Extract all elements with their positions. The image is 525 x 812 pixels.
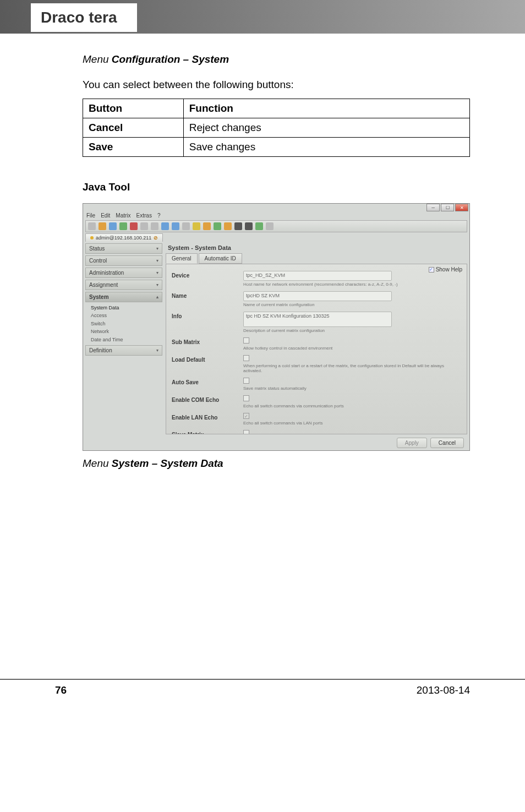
- checkbox[interactable]: [243, 337, 249, 344]
- sidebar-sub-network[interactable]: Network: [91, 328, 162, 335]
- menu-help[interactable]: ?: [157, 212, 161, 219]
- close-tab-icon[interactable]: ⊘: [154, 235, 158, 241]
- sidebar-item-system[interactable]: System▴: [85, 292, 162, 302]
- field-value-wrap: tpc HD SZ KVM Konfiguration 130325Descri…: [243, 312, 461, 336]
- col-button: Button: [83, 99, 184, 118]
- cell-function: Reject changes: [183, 118, 469, 138]
- cell-button: Cancel: [83, 118, 184, 138]
- chevron-down-icon: ▾: [156, 258, 158, 263]
- chevron-down-icon: ▾: [156, 282, 158, 287]
- sidebar-item-definition[interactable]: Definition▾: [85, 345, 162, 356]
- save-icon[interactable]: [109, 222, 117, 230]
- field-hint: Description of current matrix configurat…: [243, 328, 461, 333]
- new-icon[interactable]: [88, 222, 96, 230]
- tab-automatic-id[interactable]: Automatic ID: [199, 253, 242, 264]
- connection-tab[interactable]: admin@192.168.100.211 ⊘: [85, 233, 163, 242]
- field-value-wrap: When performing a cold start or a restar…: [243, 355, 461, 377]
- caption-bold: System – System Data: [112, 457, 223, 469]
- field-hint: Echo all switch commands via LAN ports: [243, 421, 461, 426]
- screenshot-caption: Menu System – System Data: [83, 457, 470, 470]
- check-icon[interactable]: [255, 222, 263, 230]
- paste-icon[interactable]: [151, 222, 158, 230]
- menu-matrix[interactable]: Matrix: [116, 212, 130, 219]
- checkbox[interactable]: [243, 355, 249, 361]
- copy-icon[interactable]: [140, 222, 148, 230]
- warn-icon[interactable]: [224, 222, 232, 230]
- minimize-button[interactable]: ─: [426, 204, 440, 211]
- download-icon[interactable]: [193, 222, 200, 230]
- page-footer: 76 2013-08-14: [0, 679, 525, 707]
- field-label: Enable COM Echo: [172, 395, 243, 403]
- sidebar-item-status[interactable]: Status▾: [85, 243, 162, 254]
- field-label: Load Default: [172, 355, 243, 363]
- menu-file[interactable]: File: [86, 212, 95, 219]
- heading-prefix: Menu: [83, 53, 112, 65]
- text-input[interactable]: tpcHD SZ KVM: [243, 291, 392, 301]
- tab-general[interactable]: General: [166, 253, 198, 264]
- field-label: Slave Matrix: [172, 430, 243, 434]
- toolbar: [85, 220, 467, 232]
- form-row: NametpcHD SZ KVMName of current matrix c…: [172, 291, 461, 310]
- checkbox-icon[interactable]: [429, 267, 434, 273]
- delete-icon[interactable]: [130, 222, 138, 230]
- field-label: Name: [172, 291, 243, 299]
- field-label: Auto Save: [172, 378, 243, 385]
- monitor-icon[interactable]: [234, 222, 242, 230]
- field-hint: When performing a cold start or a restar…: [243, 363, 461, 373]
- field-label: Sub Matrix: [172, 337, 243, 345]
- text-input[interactable]: tpc_HD_SZ_KVM: [243, 271, 392, 281]
- field-value-wrap: Save matrix status automatically: [243, 378, 461, 394]
- menu-extras[interactable]: Extras: [136, 212, 152, 219]
- chevron-down-icon: ▾: [156, 348, 158, 353]
- sidebar-sub-system-data[interactable]: System Data: [91, 304, 162, 312]
- show-help-toggle[interactable]: Show Help: [429, 266, 462, 273]
- reload-icon[interactable]: [119, 222, 127, 230]
- sidebar-sub-datetime[interactable]: Date and Time: [91, 336, 162, 344]
- section-heading: Menu Configuration – System: [83, 53, 470, 66]
- apply-button[interactable]: Apply: [397, 438, 427, 448]
- connect-icon[interactable]: [161, 222, 169, 230]
- sidebar-item-administration[interactable]: Administration▾: [85, 268, 162, 278]
- sidebar-sub-switch[interactable]: Switch: [91, 320, 162, 328]
- folder-icon[interactable]: [203, 222, 211, 230]
- app-screenshot: ─ ☐ ✕ File Edit Matrix Extras ?: [83, 203, 470, 451]
- chart-icon[interactable]: [214, 222, 221, 230]
- show-help-label: Show Help: [436, 266, 462, 273]
- header-band: Draco tera: [0, 0, 525, 34]
- open-icon[interactable]: [99, 222, 106, 230]
- page-number: 76: [55, 684, 67, 696]
- caption-prefix: Menu: [83, 457, 112, 469]
- close-button[interactable]: ✕: [455, 204, 468, 211]
- menu-edit[interactable]: Edit: [101, 212, 110, 219]
- main-panel: System - System Data General Automatic I…: [166, 243, 467, 448]
- sidebar-item-assignment[interactable]: Assignment▾: [85, 280, 162, 290]
- sidebar-sub-access[interactable]: Access: [91, 312, 162, 319]
- field-hint: Save matrix status automatically: [243, 386, 461, 391]
- page-date: 2013-08-14: [417, 684, 470, 696]
- list-icon[interactable]: [266, 222, 274, 230]
- menubar: File Edit Matrix Extras ?: [86, 212, 161, 219]
- disconnect-icon[interactable]: [172, 222, 179, 230]
- text-input[interactable]: tpc HD SZ KVM Konfiguration 130325: [243, 312, 392, 327]
- chevron-up-icon: ▴: [156, 295, 158, 299]
- form-row: Enable LAN EchoEcho all switch commands …: [172, 413, 461, 429]
- field-label: Device: [172, 271, 243, 279]
- tab-bar: General Automatic ID: [166, 253, 467, 264]
- checkbox[interactable]: [243, 395, 249, 401]
- checkbox[interactable]: [243, 413, 249, 419]
- checkbox[interactable]: [243, 378, 249, 384]
- field-value-wrap: Synchronize slave matrix with master mat…: [243, 430, 461, 434]
- sidebar-item-control[interactable]: Control▾: [85, 255, 162, 266]
- form-row: Auto SaveSave matrix status automaticall…: [172, 378, 461, 394]
- field-hint: Host name for network environment (recom…: [243, 282, 461, 287]
- upload-icon[interactable]: [182, 222, 190, 230]
- checkbox[interactable]: [243, 430, 249, 434]
- form-row: Slave MatrixSynchronize slave matrix wit…: [172, 430, 461, 434]
- table-row: Cancel Reject changes: [83, 118, 470, 138]
- device-icon[interactable]: [245, 222, 253, 230]
- field-hint: Allow hotkey control in cascaded environ…: [243, 346, 461, 351]
- maximize-button[interactable]: ☐: [441, 204, 454, 211]
- cancel-button[interactable]: Cancel: [430, 438, 464, 448]
- field-value-wrap: tpcHD SZ KVMName of current matrix confi…: [243, 291, 461, 310]
- connection-address: admin@192.168.100.211: [96, 235, 151, 241]
